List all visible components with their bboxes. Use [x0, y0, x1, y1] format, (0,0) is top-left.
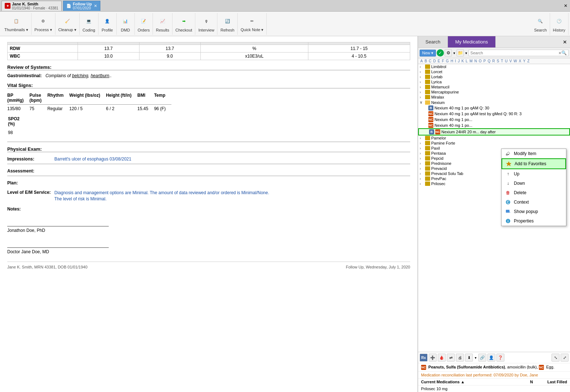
alpha-N[interactable]: N — [474, 59, 478, 63]
tab-search[interactable]: Search — [418, 36, 448, 47]
context-menu-showpopup[interactable]: Show popup — [502, 207, 566, 216]
alpha-Q[interactable]: Q — [487, 59, 491, 63]
context-menu-delete[interactable]: 🗑 Delete — [502, 188, 566, 197]
alpha-A[interactable]: A — [420, 59, 424, 63]
alpha-G[interactable]: G — [445, 59, 450, 63]
add-green-button[interactable]: ➕ — [429, 354, 437, 362]
rx-button[interactable]: Rx — [420, 354, 428, 362]
alpha-B[interactable]: B — [424, 59, 428, 63]
follow-up-tab[interactable]: 📄 Follow Up 07/01/2020 ✕ — [63, 1, 101, 11]
alpha-P[interactable]: P — [483, 59, 487, 63]
checkout-label: Checkout — [175, 28, 192, 32]
context-menu-down[interactable]: ↓ Down — [502, 179, 566, 188]
check-button[interactable]: ✓ — [437, 49, 444, 57]
context-menu-up[interactable]: ↑ Up — [502, 169, 566, 179]
toolbar-history[interactable]: 🕐 History — [550, 13, 569, 35]
download-dropdown[interactable]: ▾ — [474, 355, 477, 360]
alpha-L[interactable]: L — [465, 59, 469, 63]
list-item[interactable]: › Metamucil — [418, 84, 570, 89]
download-button[interactable]: ⬇ — [465, 354, 473, 362]
toolbar-search[interactable]: 🔍 Search — [531, 13, 550, 35]
list-item[interactable]: › Limbitrol — [418, 64, 570, 69]
list-item[interactable]: › Lorcet — [418, 69, 570, 74]
toolbar-thumbnails[interactable]: 📋 Thumbnails ▾ — [1, 13, 32, 35]
alpha-Y[interactable]: Y — [522, 59, 526, 63]
question-button[interactable]: ❓ — [496, 354, 504, 362]
list-item[interactable]: › Lortab — [418, 74, 570, 79]
alpha-Z[interactable]: Z — [527, 59, 530, 63]
context-menu-context[interactable]: C Context — [502, 197, 566, 207]
toolbar-process[interactable]: ⚙ Process ▾ — [32, 13, 55, 35]
patient-tab[interactable]: ✚ Jane K. Smith 01/01/1940 · Female · 43… — [1, 1, 62, 11]
toolbar-coding[interactable]: 💻 Coding — [80, 13, 99, 35]
list-item[interactable]: NC Nexium 40 mg 1 po qAM test by gMed Q:… — [418, 111, 570, 117]
alpha-D[interactable]: D — [433, 59, 437, 63]
list-item-highlighted[interactable]: B NC Nexium 24HR 20 m... day after — [418, 128, 570, 135]
alpha-E[interactable]: E — [437, 59, 441, 63]
toolbar-interview[interactable]: 🎙 Interview — [195, 13, 217, 35]
search-clear-icon[interactable]: ✕ — [558, 51, 561, 55]
alpha-J[interactable]: J — [457, 59, 460, 63]
list-item[interactable]: › Pamine Forte — [418, 141, 570, 146]
context-menu-modify[interactable]: Modify Item — [502, 149, 566, 158]
list-item[interactable]: NC Nexium 40 mg 1 po... — [418, 122, 570, 128]
vitals-header-row: BP(mmHg) Pulse(bpm) Rhythm Weight (lbs/o… — [7, 91, 171, 105]
alpha-O[interactable]: O — [478, 59, 482, 63]
list-item[interactable]: › Miralax — [418, 95, 570, 100]
toolbar-cleanup[interactable]: 🧹 Cleanup ▾ — [55, 13, 80, 35]
folder-dropdown[interactable]: ▾ — [465, 50, 468, 56]
toolbar-dmd[interactable]: 📊 DMD — [117, 13, 135, 35]
toolbar-quicknote[interactable]: ✏ Quick Note ▾ — [238, 13, 267, 35]
current-med-item[interactable]: Prilosec 10 mg — [418, 385, 570, 392]
med-name: Pamelor — [431, 136, 446, 140]
search-icon[interactable]: 🔍 — [561, 50, 567, 55]
context-menu-properties[interactable]: i Properties — [502, 216, 566, 226]
tab-my-medications[interactable]: My Medications — [448, 36, 495, 47]
gear-button[interactable]: ⚙ — [445, 49, 452, 57]
alpha-M[interactable]: M — [469, 59, 473, 63]
alpha-V[interactable]: V — [509, 59, 513, 63]
med-search-input[interactable] — [470, 51, 558, 55]
alpha-T[interactable]: T — [500, 59, 504, 63]
alpha-U[interactable]: U — [504, 59, 508, 63]
patient-icon: ✚ — [5, 3, 11, 9]
list-item[interactable]: › Pamelor — [418, 135, 570, 141]
toolbar-results[interactable]: 📈 Results — [153, 13, 172, 35]
chevron-icon: › — [420, 70, 424, 74]
alpha-F[interactable]: F — [441, 59, 445, 63]
list-item[interactable]: B Nexium 40 mg 1 po qAM Q: 30 — [418, 105, 570, 111]
alpha-H[interactable]: H — [450, 59, 454, 63]
follow-up-close[interactable]: ✕ — [94, 4, 97, 8]
alpha-X[interactable]: X — [518, 59, 522, 63]
toolbar-profile[interactable]: 👤 Profile — [99, 13, 117, 35]
link-button[interactable]: 🔗 — [478, 354, 486, 362]
context-menu-favorites[interactable]: Add to Favorites — [502, 158, 566, 169]
alpha-C[interactable]: C — [428, 59, 432, 63]
alpha-K[interactable]: K — [461, 59, 465, 63]
toolbar-refresh[interactable]: 🔄 Refresh — [217, 13, 238, 35]
minus-red-button[interactable]: 🩸 — [438, 354, 446, 362]
print-button[interactable]: 🖨 — [456, 354, 464, 362]
list-item[interactable]: › Mercaptopurine — [418, 89, 570, 95]
med-panel-close[interactable]: ✕ — [560, 36, 570, 47]
rdw-val1: 13.7 — [78, 45, 139, 53]
alpha-R[interactable]: R — [491, 59, 495, 63]
alpha-W[interactable]: W — [513, 59, 517, 63]
folder-button[interactable]: 📁 — [457, 49, 464, 57]
toolbar-orders[interactable]: 📝 Orders — [135, 13, 153, 35]
list-item[interactable]: › Lyrica — [418, 79, 570, 84]
new-button[interactable]: New ▾ — [420, 50, 436, 57]
person-button[interactable]: 👤 — [487, 354, 495, 362]
search-label: Search — [534, 28, 547, 32]
alpha-I[interactable]: I — [454, 59, 457, 63]
window-close-button[interactable]: ✕ — [563, 3, 569, 9]
expand-button[interactable]: ⤢ — [561, 354, 569, 362]
toolbar-checkout[interactable]: ➡ Checkout — [172, 13, 195, 35]
list-item-nexium[interactable]: ∨ Nexium — [418, 100, 570, 105]
med-name: Pepcid — [431, 156, 444, 160]
gear-dropdown[interactable]: ▾ — [453, 50, 456, 56]
list-item[interactable]: NC Nexium 40 mg 1 po... — [418, 117, 570, 122]
alpha-S[interactable]: S — [496, 59, 500, 63]
resize-button[interactable]: ⤡ — [552, 354, 559, 362]
transfer-button[interactable]: ⇌ — [447, 354, 455, 362]
